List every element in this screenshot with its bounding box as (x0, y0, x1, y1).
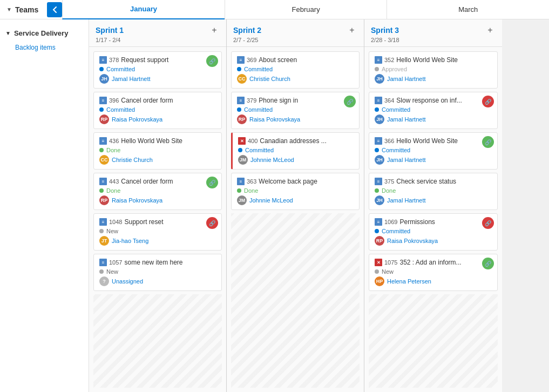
avatar: JH (375, 114, 384, 124)
card-id: 369 (247, 57, 256, 63)
card-assignee: HPHelena Petersen (375, 276, 492, 286)
teams-label: Teams (15, 5, 38, 14)
sprint-title-sprint3: Sprint 3+ (371, 25, 496, 36)
sprint-title-text-sprint3: Sprint 3 (371, 26, 399, 35)
status-dot (375, 107, 379, 112)
card-status: New (99, 228, 216, 234)
card-status: Done (99, 147, 216, 153)
status-label: New (382, 268, 394, 275)
card-title: Permissions (399, 218, 492, 226)
card-id: 375 (384, 178, 394, 185)
card-item[interactable]: ≡443Cancel order formDoneRPRaisa Pokrovs… (93, 173, 222, 210)
assignee-name: Jamal Hartnett (387, 116, 426, 123)
card-item[interactable]: ✕400Canadian addresses ...CommittedJMJoh… (231, 132, 360, 170)
card-item[interactable]: ≡369About screenCommittedCCChristie Chur… (231, 51, 360, 89)
assignee-name: Jamal Hartnett (387, 76, 426, 82)
avatar: RP (99, 114, 109, 124)
card-assignee: JHJamal Hartnett (375, 74, 492, 84)
status-label: Done (106, 147, 120, 153)
card-status: New (375, 268, 492, 275)
sprint-header-sprint1: Sprint 1+1/17 - 2/4 (89, 19, 226, 47)
card-item[interactable]: ≡375Check service statusDoneJHJamal Hart… (369, 173, 498, 210)
card-status: Approved (375, 66, 492, 72)
card-item[interactable]: ≡1069PermissionsCommittedRPRaisa Pokrovs… (369, 213, 498, 251)
story-icon: ≡ (375, 56, 382, 64)
card-item[interactable]: ≡378Request supportCommittedJHJamal Hart… (93, 51, 222, 89)
card-assignee: RPRaisa Pokrovskaya (99, 195, 216, 205)
status-dot (375, 67, 379, 71)
card-item[interactable]: ≡363Welcome back pageDoneJMJohnnie McLeo… (231, 173, 360, 210)
sprint-add-button-sprint3[interactable]: + (485, 25, 496, 36)
link-badge[interactable]: 🔗 (206, 177, 218, 188)
link-badge[interactable]: 🔗 (344, 96, 356, 107)
link-badge[interactable]: 🔗 (482, 96, 494, 107)
status-label: Done (382, 187, 396, 194)
avatar: ? (99, 276, 109, 286)
card-status: Committed (237, 66, 354, 72)
story-icon: ≡ (375, 137, 382, 145)
card-item[interactable]: ≡366Hello World Web SiteCommittedJHJamal… (369, 132, 498, 170)
status-dot (237, 107, 241, 112)
status-dot (238, 148, 242, 152)
assignee-name: Raisa Pokrovskaya (112, 197, 162, 204)
card-assignee: RPRaisa Pokrovskaya (99, 114, 216, 124)
link-badge[interactable]: 🔗 (206, 217, 218, 229)
card-id: 379 (247, 97, 256, 104)
link-badge[interactable]: 🔗 (482, 136, 494, 148)
card-item[interactable]: ≡352Hello World Web SiteApprovedJHJamal … (369, 51, 498, 89)
card-title: Hello World Web Site (121, 137, 216, 145)
sidebar-item-backlog[interactable]: Backlog items (0, 40, 89, 55)
card-status: Committed (375, 147, 492, 153)
avatar: JM (238, 155, 248, 165)
card-item[interactable]: ≡379Phone sign inCommittedRPRaisa Pokrov… (231, 92, 360, 129)
card-id: 1057 (109, 259, 122, 266)
card-item[interactable]: ≡364Slow response on inf...CommittedJHJa… (369, 92, 498, 129)
card-item[interactable]: ≡396Cancel order formCommittedRPRaisa Po… (93, 92, 222, 129)
card-assignee: RPRaisa Pokrovskaya (237, 114, 354, 124)
sprint-add-button-sprint1[interactable]: + (209, 25, 220, 36)
status-label: Committed (106, 106, 135, 113)
status-dot (99, 107, 104, 112)
avatar: CC (237, 74, 247, 84)
card-top-row: ≡378Request support (99, 56, 216, 64)
tab-january[interactable]: January (62, 0, 225, 19)
nav-back-button[interactable] (47, 2, 62, 17)
assignee-name: Jamal Hartnett (387, 197, 426, 204)
sprint-column-sprint3: Sprint 3+2/28 - 3/18≡352Hello World Web … (364, 19, 502, 392)
link-badge[interactable]: 🔗 (482, 217, 494, 229)
avatar: JH (375, 155, 384, 165)
teams-toggle[interactable]: ▼ Teams (0, 0, 45, 19)
story-icon: ≡ (99, 137, 107, 145)
sprint-add-button-sprint2[interactable]: + (347, 25, 357, 36)
card-item[interactable]: ✕1075352 : Add an inform...NewHPHelena P… (369, 254, 498, 291)
card-top-row: ≡1048Support reset (99, 218, 216, 226)
bug-icon: ✕ (238, 137, 246, 145)
sidebar-service-delivery[interactable]: ▼ Service Delivery (0, 26, 89, 40)
card-top-row: ≡352Hello World Web Site (375, 56, 492, 64)
tab-february[interactable]: February (225, 0, 387, 19)
story-icon: ≡ (99, 97, 107, 104)
card-top-row: ≡375Check service status (375, 178, 492, 185)
card-top-row: ≡366Hello World Web Site (375, 137, 492, 145)
main-area: ▼ Service Delivery Backlog items Sprint … (0, 19, 549, 392)
status-label: Committed (382, 147, 410, 153)
status-dot (375, 269, 379, 274)
assignee-name: Raisa Pokrovskaya (387, 238, 438, 244)
card-id: 366 (384, 138, 394, 144)
card-item[interactable]: ≡436Hello World Web SiteDoneCCChristie C… (93, 132, 222, 170)
sprint-title-sprint1: Sprint 1+ (96, 25, 220, 36)
card-title: Welcome back page (259, 178, 354, 185)
link-badge[interactable]: 🔗 (482, 258, 494, 269)
link-badge[interactable]: 🔗 (206, 55, 218, 67)
sprint-title-text-sprint1: Sprint 1 (96, 26, 124, 35)
story-icon: ≡ (375, 218, 382, 226)
card-item[interactable]: ≡1048Support resetNewJTJia-hao Tseng🔗 (93, 213, 222, 251)
status-dot (375, 148, 379, 152)
card-status: Committed (375, 106, 492, 113)
tab-march[interactable]: March (387, 0, 549, 19)
card-item[interactable]: ≡1057some new item hereNew?Unassigned (93, 254, 222, 291)
card-id: 1048 (109, 219, 122, 225)
card-title: Check service status (396, 178, 492, 185)
story-icon: ≡ (237, 97, 245, 104)
sidebar-chevron-icon: ▼ (5, 30, 11, 36)
